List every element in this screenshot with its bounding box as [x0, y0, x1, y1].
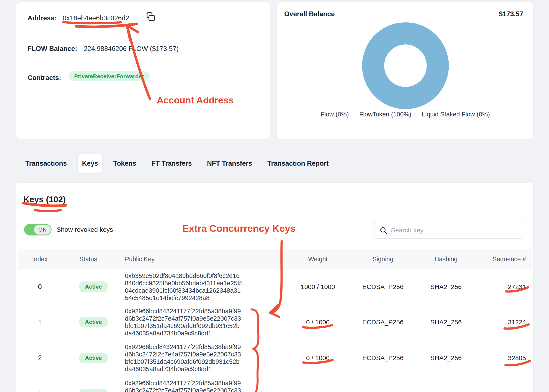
tab-transaction-report[interactable]: Transaction Report	[263, 154, 333, 173]
tab-nft-transfers[interactable]: NFT Transfers	[203, 154, 257, 173]
col-header-sequence: Sequence #	[461, 249, 526, 269]
status-badge: Active	[79, 353, 108, 363]
overall-balance-card: Overall Balance $173.57 Flow (0%) FlowTo…	[277, 2, 533, 139]
key-index: 0	[22, 269, 57, 304]
table-row: 2 Active 0x92966bcd843241177f22fd85a38ba…	[18, 340, 532, 376]
key-signing: ECDSA_P256	[340, 376, 426, 392]
search-key-input[interactable]	[375, 222, 523, 238]
divider	[16, 61, 270, 61]
contract-badge[interactable]: PrivateReceiverForwarder	[69, 71, 150, 81]
key-sequence: 31224	[461, 304, 526, 340]
divider	[16, 31, 270, 31]
col-header-index: Index	[22, 249, 57, 269]
keys-section-title: Keys (102)	[23, 195, 66, 204]
status-badge: Active	[79, 281, 108, 292]
key-status: Active	[79, 340, 108, 376]
toggle-knob: ON	[34, 225, 51, 235]
key-status: Active	[79, 304, 108, 340]
key-status: Active	[79, 269, 108, 304]
legend-item-flow: Flow (0%)	[321, 111, 349, 118]
key-index: 1	[22, 304, 57, 340]
col-header-signing: Signing	[340, 249, 426, 269]
keys-table-header: Index Status Public Key Weight Signing H…	[18, 249, 532, 269]
tab-transactions[interactable]: Transactions	[21, 154, 71, 173]
balance-donut-chart	[362, 22, 449, 109]
legend-item-liquid-staked-flow: Liquid Staked Flow (0%)	[422, 111, 490, 118]
account-tabs: Transactions Keys Tokens FT Transfers NF…	[21, 154, 333, 173]
col-header-status: Status	[79, 249, 97, 269]
account-page: Address: 0x18eb4ee6b3c026d2 FLOW Balance…	[0, 0, 549, 392]
balance-total: $173.57	[499, 10, 523, 18]
key-public-key: 0x92966bcd843241177f22fd85a38ba9f99 d6b3…	[125, 376, 255, 392]
tab-ft-transfers[interactable]: FT Transfers	[147, 154, 196, 173]
key-index: 3	[22, 376, 57, 392]
key-sequence: 27231	[461, 269, 526, 304]
donut-legend: Flow (0%) FlowToken (100%) Liquid Staked…	[277, 111, 533, 118]
col-header-public-key: Public Key	[125, 249, 155, 269]
show-revoked-keys-toggle[interactable]: ON	[24, 224, 52, 235]
key-signing: ECDSA_P256	[340, 304, 426, 340]
legend-item-flowtoken: FlowToken (100%)	[359, 111, 411, 118]
table-row: 3 Active 0x92966bcd843241177f22fd85a38ba…	[18, 376, 532, 392]
keys-card: Keys (102) ON Show revoked keys Index St…	[16, 182, 533, 392]
copy-icon	[146, 20, 155, 23]
key-signing: ECDSA_P256	[340, 269, 426, 304]
key-sequence: 32805	[461, 340, 526, 376]
address-value: 0x18eb4ee6b3c026d2	[63, 14, 129, 22]
balance-card-title: Overall Balance	[284, 10, 335, 18]
key-sequence	[461, 376, 526, 392]
key-public-key: 0xb359e502df804a89bdd660f0f8f6c2d1c 840d…	[125, 269, 255, 304]
key-index: 2	[22, 340, 57, 376]
status-badge: Active	[79, 389, 108, 392]
key-public-key: 0x92966bcd843241177f22fd85a38ba9f99 d6b3…	[125, 304, 255, 340]
table-row: 0 Active 0xb359e502df804a89bdd660f0f8f6c…	[18, 269, 532, 304]
key-signing: ECDSA_P256	[340, 340, 426, 376]
show-revoked-keys-label: Show revoked keys	[57, 226, 113, 233]
key-status: Active	[79, 376, 108, 392]
account-info-card: Address: 0x18eb4ee6b3c026d2 FLOW Balance…	[16, 2, 270, 139]
copy-address-button[interactable]	[146, 12, 155, 22]
key-search-box	[374, 222, 523, 239]
status-badge: Active	[79, 317, 108, 327]
table-row: 1 Active 0x92966bcd843241177f22fd85a38ba…	[18, 304, 532, 340]
tab-tokens[interactable]: Tokens	[109, 154, 140, 173]
contracts-label: Contracts:	[28, 74, 61, 82]
flow-balance-value: 224.98846206 FLOW ($173.57)	[84, 45, 179, 53]
tab-keys[interactable]: Keys	[78, 154, 102, 173]
address-label: Address:	[28, 14, 57, 22]
key-public-key: 0x92966bcd843241177f22fd85a38ba9f99 d6b3…	[125, 340, 255, 376]
flow-balance-label: FLOW Balance:	[28, 45, 77, 53]
